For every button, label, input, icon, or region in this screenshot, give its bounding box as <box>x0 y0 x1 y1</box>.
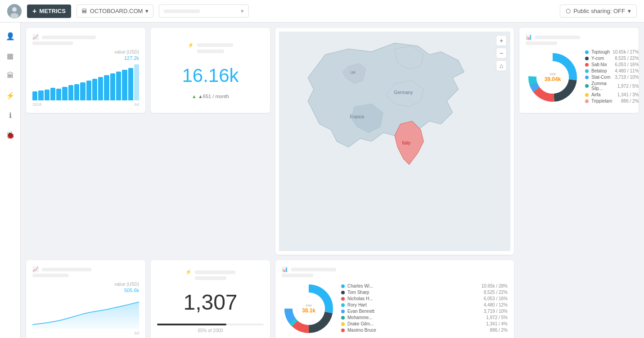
top-revenue-subtitle <box>32 41 139 46</box>
legend-item: Toptough10.65k / 27% <box>585 50 639 54</box>
legend-item: Betatop4,480 / 11% <box>585 68 639 73</box>
legend-name: Salt-Nix <box>591 62 612 67</box>
board-label: OCTOBOARD.COM <box>90 8 143 14</box>
pipeline-chart-svg <box>32 293 139 329</box>
top-companies-subtitle <box>526 41 632 46</box>
deals-icon: ⚡ <box>185 269 192 275</box>
stripe-icon: ⚡ <box>188 42 194 48</box>
legend-val: 1,972 / 5% <box>486 315 508 320</box>
svg-text:38.1k: 38.1k <box>302 307 315 314</box>
sellers-subtitle-blur <box>282 274 313 277</box>
zoom-out-button[interactable]: − <box>496 48 507 59</box>
legend-name: Stat-Com <box>591 75 612 80</box>
legend-val: 10.65k / 28% <box>482 284 508 288</box>
legend-val: 10.65k / 27% <box>612 50 639 54</box>
legend-val: 6,053 / 16% <box>484 296 508 301</box>
companies-icon: 📊 <box>526 34 532 40</box>
legend-val: 886 / 2% <box>621 99 639 104</box>
legend-item: Stat-Com3,719 / 10% <box>585 75 639 80</box>
deals-subtitle-blur <box>195 276 226 280</box>
title-blur3 <box>535 36 580 39</box>
revenue-bar-chart <box>32 64 139 100</box>
legend-val: 1,341 / 4% <box>486 321 508 326</box>
pipeline-subtitle-blur <box>32 274 68 277</box>
legend-val: 3,719 / 10% <box>484 309 508 314</box>
rory-hart-val: 4,480 / 12% <box>484 302 508 307</box>
top-row: 📈 value (USD) 127.2k <box>26 28 639 255</box>
chevron-down-icon-filter: ▾ <box>241 8 244 14</box>
share-label: Public sharing: OFF <box>573 8 625 14</box>
top-revenue-card: 📈 value (USD) 127.2k <box>26 28 145 113</box>
legend-name: Tripplelam <box>591 99 618 104</box>
pipeline-title: 📈 <box>32 266 139 272</box>
sellers-title-blur <box>291 268 336 271</box>
legend-name: Evan Bennett <box>347 309 481 314</box>
meta-text: ▲651 / month <box>198 94 229 99</box>
map-card: + − ⌂ <box>275 28 514 255</box>
legend-item: Charles Wi...10.65k / 28% <box>341 284 508 288</box>
new-deals-meta: 65% of 2000 <box>198 328 223 333</box>
share-button[interactable]: ⬡ Public sharing: OFF ▾ <box>560 5 637 18</box>
sidebar-icon-dashboard[interactable]: ▦ <box>2 48 18 64</box>
deals-title-blur <box>195 270 235 274</box>
legend-name: Drake Gilm... <box>347 321 483 326</box>
metrics-button[interactable]: + METRICS <box>27 5 71 18</box>
legend-item: Nicholas H...6,053 / 16% <box>341 296 508 301</box>
main-layout: 👤 ▦ 🏛 ⚡ ℹ 🐞 📈 value (USD) 127.2k <box>0 23 644 338</box>
board-dropdown[interactable]: 🏛 OCTOBOARD.COM ▾ <box>77 5 154 18</box>
companies-legend: Toptough10.65k / 27% Y-com8,525 / 22% Sa… <box>585 50 639 105</box>
revenue-chart-labels: 2018Jul <box>32 102 139 107</box>
sellers-donut: total 38.1k <box>282 282 336 336</box>
pipeline-icon: 📈 <box>32 266 39 272</box>
top-sellers-title: 📊 <box>282 266 508 272</box>
legend-val: 1,972 / 5% <box>617 84 639 89</box>
svg-text:39.04k: 39.04k <box>545 76 561 82</box>
tom-sharp-val: 8,525 / 22% <box>484 290 508 295</box>
legend-item: Salt-Nix6,053 / 16% <box>585 62 639 67</box>
legend-item: Drake Gilm...1,341 / 4% <box>341 321 508 326</box>
legend-item: Tripplelam886 / 2% <box>585 99 639 104</box>
pipeline-card: 📈 value (USD) 505.6k <box>26 260 145 338</box>
map-controls: + − ⌂ <box>496 35 507 71</box>
legend-item: Airfa1,341 / 3% <box>585 92 639 97</box>
new-deals-value: 1,307 <box>183 290 237 315</box>
subscribers-meta: ▲ ▲651 / month <box>192 94 229 99</box>
main-content: 📈 value (USD) 127.2k <box>21 23 644 338</box>
title-blur <box>42 36 96 39</box>
legend-name: Nicholas H... <box>347 296 481 301</box>
top-sellers-card: 📊 total <box>275 260 514 338</box>
legend-name: Maximo Bruce <box>347 328 487 333</box>
home-button[interactable]: ⌂ <box>496 60 507 71</box>
legend-item: Evan Bennett3,719 / 10% <box>341 309 508 314</box>
legend-val: 8,525 / 22% <box>615 56 639 61</box>
revenue-value: 127.2k <box>32 55 139 61</box>
sidebar-icon-building[interactable]: 🏛 <box>2 68 18 84</box>
legend-name: Zumma Silp... <box>591 81 615 91</box>
nav-logo <box>7 4 22 18</box>
legend-item: Y-com8,525 / 22% <box>585 56 639 61</box>
chart-icon: 📈 <box>32 34 39 40</box>
top-companies-card: 📊 <box>519 28 639 113</box>
subscribers-value: 16.16k <box>182 65 239 86</box>
svg-text:Italy: Italy <box>402 140 411 145</box>
new-deals-card: ⚡ 1,307 65% of 2000 <box>151 260 270 338</box>
sidebar-icon-lightning[interactable]: ⚡ <box>2 87 18 104</box>
zoom-in-button[interactable]: + <box>496 35 507 46</box>
sidebar-icon-bug[interactable]: 🐞 <box>2 127 18 143</box>
sidebar-icon-info[interactable]: ℹ <box>2 107 18 123</box>
sidebar-icon-user[interactable]: 👤 <box>2 28 18 44</box>
legend-val: 3,719 / 10% <box>615 75 639 80</box>
chevron-down-icon: ▾ <box>145 8 149 14</box>
new-deals-subtitle <box>195 276 226 281</box>
pipeline-chart-labels: Jul <box>32 331 139 335</box>
new-deals-title: ⚡ <box>185 269 235 275</box>
filter-dropdown[interactable]: ▾ <box>159 5 249 18</box>
legend-val: 6,053 / 16% <box>615 62 639 67</box>
pipeline-title-blur <box>42 268 91 271</box>
legend-item: Maximo Bruce886 / 2% <box>341 328 508 333</box>
map-placeholder: + − ⌂ <box>279 32 510 251</box>
europe-map-svg: France Italy Germany UK <box>279 32 510 251</box>
pipeline-value: 505.6k <box>32 288 139 293</box>
tom-sharp-name: Tom Sharp <box>347 290 481 295</box>
legend-name: Airfa <box>591 92 615 97</box>
